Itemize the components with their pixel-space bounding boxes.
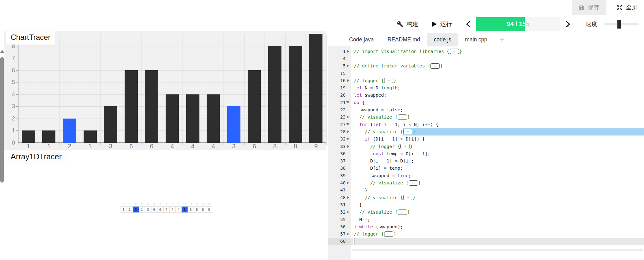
fold-collapsed-icon[interactable] [346,143,350,150]
tab-main-cpp[interactable]: main.cpp [458,33,494,46]
code-line: 23 // visualize {↔} [328,114,644,121]
chart-x-axis-label: 3 [100,143,121,150]
code-token: swapped [354,173,392,178]
code-token: let [354,93,362,98]
fullscreen-button[interactable]: 全屏 [615,3,639,12]
array-index-label: 2 [133,202,139,206]
code-token: > [400,136,403,141]
progress-bar[interactable]: 94 / 155 [476,17,560,31]
add-tab-button[interactable]: + [494,33,510,46]
code-fold-widget-icon[interactable]: ↔ [384,231,393,237]
step-back-button[interactable] [465,21,471,28]
line-number: 5 [343,63,346,68]
tab-code-java[interactable]: Code.java [342,33,381,46]
code-editor[interactable]: 1// import visualization libraries {↔}45… [328,46,644,260]
speed-slider[interactable] [604,20,639,29]
code-token: // visualize { [365,195,403,200]
top-toolbar: 保存 全屏 [328,0,644,15]
fold-collapsed-icon[interactable] [346,77,350,84]
code-fold-widget-icon[interactable]: ↔ [403,129,412,134]
code-token: swapped; [362,93,387,98]
code-token: = [392,173,395,178]
code-line: 57// logger {↔} [328,231,644,238]
array-cell: 2 [133,206,139,213]
chart-bar [145,70,158,143]
fold-expanded-icon[interactable] [346,99,350,106]
code-line-content: } while (swapped); [351,223,644,230]
code-token: } [410,144,413,149]
code-token: D[i [403,151,417,156]
line-number: 16 [340,78,346,83]
chart-bar [63,119,76,143]
chart-bar [186,94,199,143]
fold-spacer [346,216,350,223]
fold-spacer [346,150,350,157]
fold-collapsed-icon[interactable] [346,194,350,201]
line-number: 19 [340,85,346,90]
fold-expanded-icon[interactable] [346,121,350,128]
save-button[interactable]: 保存 [572,0,606,15]
code-fold-widget-icon[interactable]: ↔ [400,144,410,149]
code-line: 47 } [328,187,644,194]
fold-collapsed-icon[interactable] [346,179,350,186]
code-token: } [394,231,396,236]
chart-gridline [265,34,265,143]
chart-ytick [16,70,18,71]
code-line: 38 D[i] = temp; [328,165,644,172]
code-fold-widget-icon[interactable]: ↔ [398,114,407,120]
fold-arrow-glyph [347,145,349,148]
chart-gridline [224,34,224,143]
code-token: < [409,122,411,127]
fullscreen-label: 全屏 [626,3,638,12]
fold-collapsed-icon[interactable] [346,231,350,238]
code-token: // visualize { [370,180,408,185]
array-index-label: 0 [121,202,127,206]
scrollbar-thumb[interactable] [0,57,4,183]
code-line-content: // visualize {↔} [351,128,644,135]
code-line: 15 [328,70,644,77]
fold-arrow-glyph [347,64,349,67]
fold-arrow-glyph [347,115,349,119]
code-token: ; i [398,122,409,127]
tab-code-js[interactable]: code.js [427,33,458,46]
fold-spacer [346,165,350,172]
array-index-label: 12 [194,202,200,206]
fold-collapsed-icon[interactable] [346,128,350,135]
code-line: 56} while (swapped); [328,223,644,230]
slider-thumb[interactable] [617,20,621,29]
editor-horizontal-scrollbar[interactable] [352,249,643,251]
save-label: 保存 [588,3,600,12]
line-number: 22 [340,107,346,112]
code-fold-widget-icon[interactable]: ↔ [450,49,459,54]
line-number: 27 [340,122,346,127]
code-line-content: do { [351,99,644,106]
chart-x-axis-label: 4 [183,143,203,150]
code-line: 51 } [328,201,644,208]
chart-gridline [121,34,121,143]
fold-collapsed-icon[interactable] [346,48,350,55]
code-line-content: } [351,187,644,194]
tab-readme-md[interactable]: README.md [381,33,427,46]
run-button[interactable]: 运行 [431,20,452,28]
code-fold-widget-icon[interactable]: ↔ [384,78,393,83]
chart-x-axis-label: 4 [162,143,183,150]
slider-track[interactable] [604,23,639,25]
fold-collapsed-icon[interactable] [346,114,350,121]
chart-gridline [59,34,59,143]
fold-collapsed-icon[interactable] [346,209,350,216]
build-button[interactable]: 构建 [397,20,418,28]
code-fold-widget-icon[interactable]: ↔ [430,63,440,69]
scroll-up-arrow-icon[interactable] [0,50,4,53]
left-vertical-scrollbar[interactable] [0,47,4,235]
fold-expanded-icon[interactable] [346,135,350,143]
code-fold-widget-icon[interactable]: ↔ [398,210,407,215]
code-line: 5// define tracer variables {↔} [328,62,644,70]
code-fold-widget-icon[interactable]: ↔ [409,180,418,186]
code-line: 60 [328,238,644,245]
code-token: = [400,151,403,156]
step-forward-button[interactable] [565,21,572,28]
code-fold-widget-icon[interactable]: ↔ [403,195,412,200]
chart-bar [166,94,179,143]
fold-collapsed-icon[interactable] [346,62,350,70]
fold-arrow-glyph [346,138,349,140]
